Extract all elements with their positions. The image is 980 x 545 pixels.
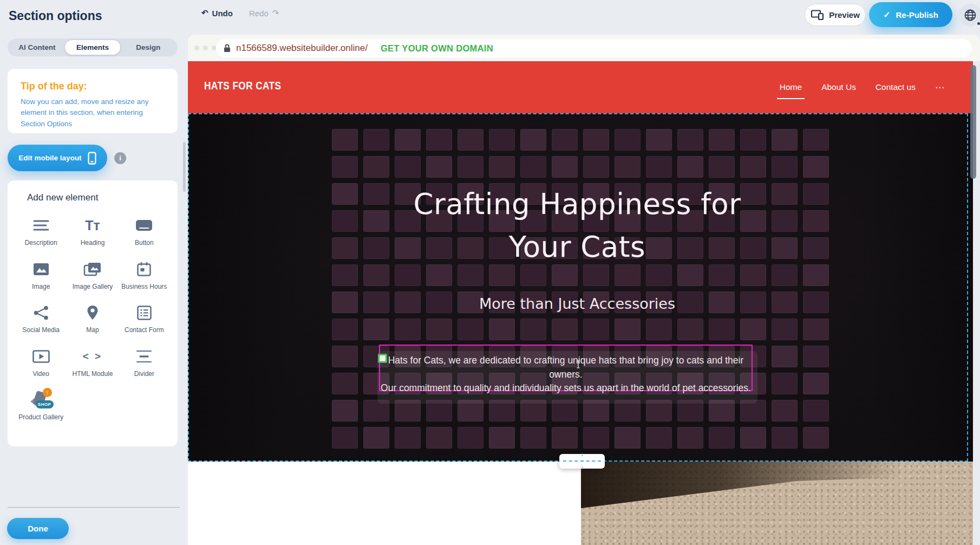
hero-tile <box>709 319 735 340</box>
nav-item-contact-us[interactable]: Contact us <box>876 82 916 92</box>
hero-tile <box>426 129 452 151</box>
undo-icon: ↶ <box>201 8 208 18</box>
republish-label: Re-Publish <box>896 10 938 20</box>
element-item-label: Map <box>69 326 116 335</box>
hero-tile <box>426 319 452 340</box>
hero-tile <box>772 129 798 151</box>
hero-tile <box>520 319 546 340</box>
tip-title: Tip of the day: <box>21 81 178 92</box>
undo-button[interactable]: ↶ Undo <box>201 8 233 18</box>
page-title: Section options <box>9 9 102 23</box>
hero-tile <box>363 319 389 340</box>
business-hours-icon <box>119 259 170 280</box>
shop-pill: SHOP <box>36 400 54 408</box>
selection-resize-handle[interactable] <box>378 354 387 363</box>
hero-tile <box>552 156 578 178</box>
hero-tile <box>489 156 515 178</box>
element-item-label: Heading <box>69 239 116 248</box>
element-item-social-media[interactable]: Social Media <box>15 298 67 335</box>
hero-tile <box>520 427 546 449</box>
tab-design[interactable]: Design <box>120 40 176 55</box>
hero-tile <box>803 319 829 340</box>
element-item-divider[interactable]: Divider <box>119 342 170 379</box>
element-item-description[interactable]: Description <box>15 211 67 248</box>
arrow-down-icon: ↓ <box>559 451 605 457</box>
element-item-map[interactable]: Map <box>67 298 118 335</box>
paragraph-selection-box[interactable]: Hats for Cats, we are dedicated to craft… <box>379 345 753 391</box>
element-item-html-module[interactable]: < > HTML Module <box>67 342 118 379</box>
element-item-button[interactable]: Button <box>119 211 170 248</box>
element-item-label: Video <box>17 370 65 379</box>
arrow-up-icon: ↑ <box>559 465 605 471</box>
element-item-business-hours[interactable]: Business Hours <box>119 255 170 291</box>
button-icon <box>119 215 170 236</box>
nav-item-about-us[interactable]: About Us <box>821 82 856 92</box>
preview-button[interactable]: Preview <box>805 4 866 26</box>
upload-arrow-badge: ↑ <box>43 388 52 397</box>
hero-section[interactable]: Crafting Happiness for Your Cats More th… <box>188 113 973 462</box>
site-logo[interactable]: HATS FOR CATS <box>204 79 281 92</box>
tab-ai-content[interactable]: AI Content <box>9 40 65 55</box>
undo-label: Undo <box>212 9 233 18</box>
resize-dashed-line <box>563 460 601 462</box>
hero-tile <box>552 129 578 151</box>
language-globe-button[interactable] <box>959 4 980 27</box>
window-control-dots <box>194 46 217 50</box>
hero-tile <box>740 156 766 178</box>
republish-button[interactable]: ✓ Re-Publish <box>869 2 952 27</box>
hero-tile <box>332 319 358 340</box>
redo-button[interactable]: Redo ↷ <box>249 8 279 18</box>
hero-tile <box>772 319 798 340</box>
get-your-own-domain-link[interactable]: GET YOUR OWN DOMAIN <box>381 43 493 54</box>
tip-of-the-day-card: Tip of the day: Now you can add, move an… <box>8 69 178 133</box>
section-resize-handle[interactable]: ↓ ↑ <box>559 454 605 469</box>
hero-tile <box>489 427 515 449</box>
add-element-card: Add new element Description Tт Heading B… <box>8 180 178 446</box>
hero-tile <box>646 129 672 151</box>
hero-tile <box>395 427 421 449</box>
element-item-image-gallery[interactable]: Image Gallery <box>67 255 118 291</box>
element-item-image[interactable]: Image <box>15 255 67 291</box>
element-item-label: HTML Module <box>69 370 116 379</box>
nav-more-icon[interactable]: ⋯ <box>935 82 945 93</box>
element-item-label: Image Gallery <box>69 283 116 291</box>
element-item-contact-form[interactable]: Contact Form <box>119 298 170 335</box>
hero-tile <box>646 319 672 340</box>
hero-tile <box>709 129 735 151</box>
hero-tile <box>677 319 703 340</box>
next-section[interactable] <box>188 462 973 545</box>
hero-tile <box>615 156 641 178</box>
element-item-heading[interactable]: Tт Heading <box>67 211 118 248</box>
redo-label: Redo <box>249 9 269 18</box>
hero-tile <box>677 156 703 178</box>
hero-tile <box>803 427 829 449</box>
sidebar-scrollbar[interactable] <box>183 142 186 192</box>
element-item-label: Image <box>17 283 65 291</box>
hero-tile <box>458 156 484 178</box>
edit-mobile-label: Edit mobile layout <box>18 154 81 162</box>
info-icon[interactable]: i <box>114 152 126 164</box>
contact-form-icon <box>119 302 170 323</box>
hero-subheading[interactable]: More than Just Accessories <box>188 295 966 312</box>
add-element-title: Add new element <box>8 180 178 203</box>
map-pin-icon <box>67 302 118 323</box>
hero-heading[interactable]: Crafting Happiness for Your Cats <box>188 183 966 268</box>
browser-chrome: n1566589.websitebuilder.online/ GET YOUR… <box>188 35 980 61</box>
tab-elements[interactable]: Elements <box>65 40 121 55</box>
address-bar[interactable]: n1566589.websitebuilder.online/ GET YOUR… <box>216 39 972 57</box>
hero-tile <box>520 129 546 151</box>
preview-label: Preview <box>829 10 860 20</box>
hero-tile <box>615 319 641 340</box>
description-icon <box>15 215 67 236</box>
nav-item-home[interactable]: Home <box>780 82 802 92</box>
sidebar-divider <box>8 507 180 508</box>
done-button[interactable]: Done <box>7 518 69 539</box>
html-module-icon: < > <box>67 346 118 367</box>
edit-mobile-layout-button[interactable]: Edit mobile layout <box>8 145 107 171</box>
hero-paragraph[interactable]: Hats for Cats, we are dedicated to craft… <box>380 346 752 395</box>
page-scrollbar-thumb[interactable] <box>970 65 976 179</box>
image-gallery-icon <box>67 259 118 280</box>
element-item-product-gallery[interactable]: ↑ SHOP Product Gallery <box>15 385 67 422</box>
hero-tile <box>615 427 641 449</box>
element-item-video[interactable]: Video <box>15 342 67 379</box>
